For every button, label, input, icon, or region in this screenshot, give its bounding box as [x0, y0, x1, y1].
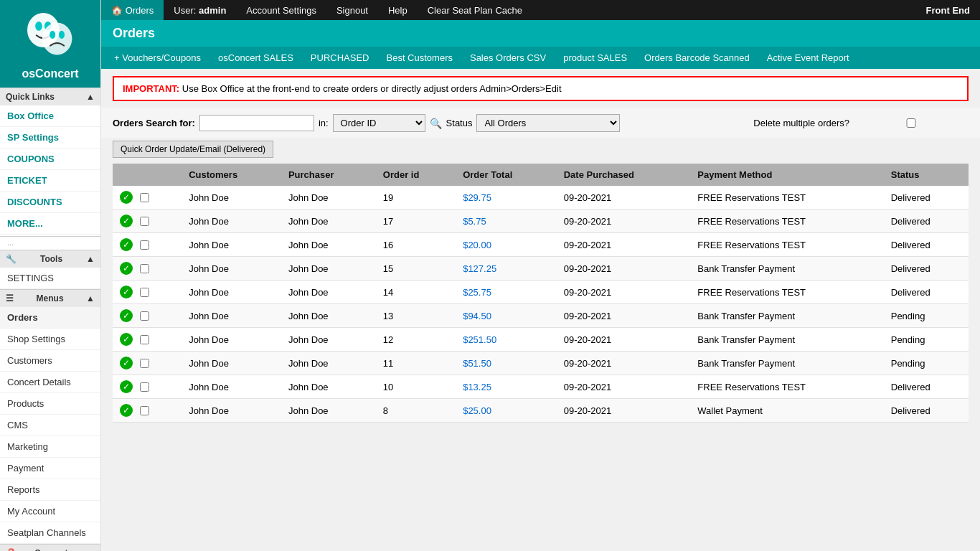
row-check-icon[interactable]: ✓	[120, 238, 133, 251]
row-date: 09-20-2021	[557, 233, 691, 257]
row-checkbox[interactable]	[140, 406, 149, 415]
row-purchaser: John Doe	[281, 233, 376, 257]
subnav-barcode-scanned[interactable]: Orders Barcode Scanned	[637, 50, 757, 66]
row-checkbox[interactable]	[140, 217, 149, 226]
row-payment: FREE Reservations TEST	[690, 375, 883, 399]
sidebar-item-marketing[interactable]: Marketing	[0, 436, 100, 458]
th-purchaser: Purchaser	[281, 164, 376, 186]
table-row: ✓ John Doe John Doe 10 $13.25 09-20-2021…	[113, 375, 969, 399]
sidebar-item-concert-details[interactable]: Concert Details	[0, 372, 100, 393]
home-icon: 🏠	[111, 5, 123, 16]
status-select[interactable]: All Orders Delivered Pending	[476, 114, 620, 132]
subnav-osconcert-sales[interactable]: osConcert SALES	[211, 50, 301, 66]
logo-icon	[22, 7, 79, 65]
subnav-product-sales[interactable]: product SALES	[556, 50, 634, 66]
row-checkbox[interactable]	[140, 240, 149, 250]
delete-multiple-checkbox[interactable]	[854, 118, 969, 128]
row-payment: FREE Reservations TEST	[690, 186, 883, 209]
row-status: Delivered	[884, 281, 969, 304]
menus-header[interactable]: ☰ Menus ▲	[0, 289, 100, 307]
topnav-frontend[interactable]: Front End	[916, 5, 980, 16]
row-purchaser: John Doe	[281, 328, 376, 352]
row-order-total: $25.75	[456, 281, 557, 304]
row-checkbox[interactable]	[140, 311, 149, 321]
row-purchaser: John Doe	[281, 304, 376, 328]
row-status: Pending	[884, 304, 969, 328]
topnav-clear-cache[interactable]: Clear Seat Plan Cache	[418, 0, 532, 20]
search-in-select[interactable]: Order ID Customer Name Email	[333, 114, 425, 132]
sidebar-item-menu-orders[interactable]: Orders	[0, 307, 100, 329]
row-purchaser: John Doe	[281, 352, 376, 375]
sidebar-item-payment[interactable]: Payment	[0, 458, 100, 479]
row-check-icon[interactable]: ✓	[120, 286, 133, 298]
sidebar-item-eticket[interactable]: ETICKET	[0, 170, 100, 192]
sidebar-item-shop-settings[interactable]: Shop Settings	[0, 329, 100, 350]
subnav-sales-csv[interactable]: Sales Orders CSV	[463, 50, 553, 66]
topnav-signout[interactable]: Signout	[326, 0, 378, 20]
quick-btn-bar: Quick Order Update/Email (Delivered)	[101, 138, 980, 164]
row-check-icon[interactable]: ✓	[120, 309, 133, 322]
row-status: Delivered	[884, 233, 969, 257]
row-customer: John Doe	[182, 328, 281, 352]
topnav-user[interactable]: User: admin	[164, 0, 236, 20]
row-customer: John Doe	[182, 209, 281, 233]
sidebar-item-my-account[interactable]: My Account	[0, 501, 100, 522]
quick-links-section: Box OfficeSP SettingsCOUPONSETICKETDISCO…	[0, 105, 100, 235]
sidebar-item-products[interactable]: Products	[0, 393, 100, 415]
row-customer: John Doe	[182, 375, 281, 399]
row-check-icon[interactable]: ✓	[120, 404, 133, 417]
row-checkbox[interactable]	[140, 193, 149, 202]
sidebar-item-reports[interactable]: Reports	[0, 479, 100, 501]
row-date: 09-20-2021	[557, 257, 691, 281]
topnav-home[interactable]: 🏠 Orders	[101, 0, 164, 20]
row-customer: John Doe	[182, 352, 281, 375]
row-checkbox[interactable]	[140, 264, 149, 273]
row-checkbox[interactable]	[140, 288, 149, 297]
row-icons-cell: ✓	[113, 186, 182, 209]
topnav-account-settings[interactable]: Account Settings	[236, 0, 326, 20]
subnav-best-customers[interactable]: Best Customers	[379, 50, 459, 66]
row-check-icon[interactable]: ✓	[120, 333, 133, 346]
sidebar-item-seatplan-channels[interactable]: Seatplan Channels	[0, 522, 100, 544]
quick-links-header[interactable]: Quick Links ▲	[0, 88, 100, 105]
sidebar-item-settings[interactable]: SETTINGS	[0, 268, 100, 289]
row-order-total: $29.75	[456, 186, 557, 209]
orders-table: Customers Purchaser Order id Order Total…	[113, 164, 969, 423]
row-date: 09-20-2021	[557, 186, 691, 209]
subnav-purchased[interactable]: PURCHASED	[303, 50, 377, 66]
search-input[interactable]	[199, 115, 314, 131]
row-payment: Bank Transfer Payment	[690, 304, 883, 328]
row-checkbox[interactable]	[140, 359, 149, 368]
row-check-icon[interactable]: ✓	[120, 357, 133, 369]
sidebar-item-box-office[interactable]: Box Office	[0, 105, 100, 127]
row-checkbox[interactable]	[140, 335, 149, 344]
sidebar-item-more[interactable]: MORE...	[0, 213, 100, 235]
sidebar-item-coupons[interactable]: COUPONS	[0, 149, 100, 170]
sidebar-item-sp-settings[interactable]: SP Settings	[0, 127, 100, 149]
row-date: 09-20-2021	[557, 352, 691, 375]
sidebar-item-customers[interactable]: Customers	[0, 350, 100, 372]
row-check-icon[interactable]: ✓	[120, 380, 133, 393]
row-payment: FREE Reservations TEST	[690, 209, 883, 233]
support-header[interactable]: ❓ Support ▲	[0, 544, 100, 551]
row-icons-cell: ✓	[113, 257, 182, 281]
topnav-help[interactable]: Help	[378, 0, 418, 20]
orders-tbody: ✓ John Doe John Doe 19 $29.75 09-20-2021…	[113, 186, 969, 423]
quick-update-button[interactable]: Quick Order Update/Email (Delivered)	[113, 141, 273, 158]
tools-header[interactable]: 🔧 Tools ▲	[0, 250, 100, 268]
table-row: ✓ John Doe John Doe 16 $20.00 09-20-2021…	[113, 233, 969, 257]
sidebar-item-discounts[interactable]: DISCOUNTS	[0, 192, 100, 213]
sidebar-item-cms[interactable]: CMS	[0, 415, 100, 436]
subnav-active-event[interactable]: Active Event Report	[760, 50, 857, 66]
row-check-icon[interactable]: ✓	[120, 262, 133, 275]
row-order-id: 13	[376, 304, 456, 328]
row-checkbox[interactable]	[140, 382, 149, 392]
search-icon[interactable]: 🔍	[430, 118, 442, 129]
row-check-icon[interactable]: ✓	[120, 215, 133, 227]
row-customer: John Doe	[182, 233, 281, 257]
subnav-vouchers[interactable]: Vouchers/Coupons	[107, 50, 208, 66]
row-check-icon[interactable]: ✓	[120, 191, 133, 204]
row-status: Delivered	[884, 257, 969, 281]
menus-section: OrdersShop SettingsCustomersConcert Deta…	[0, 307, 100, 544]
row-customer: John Doe	[182, 257, 281, 281]
